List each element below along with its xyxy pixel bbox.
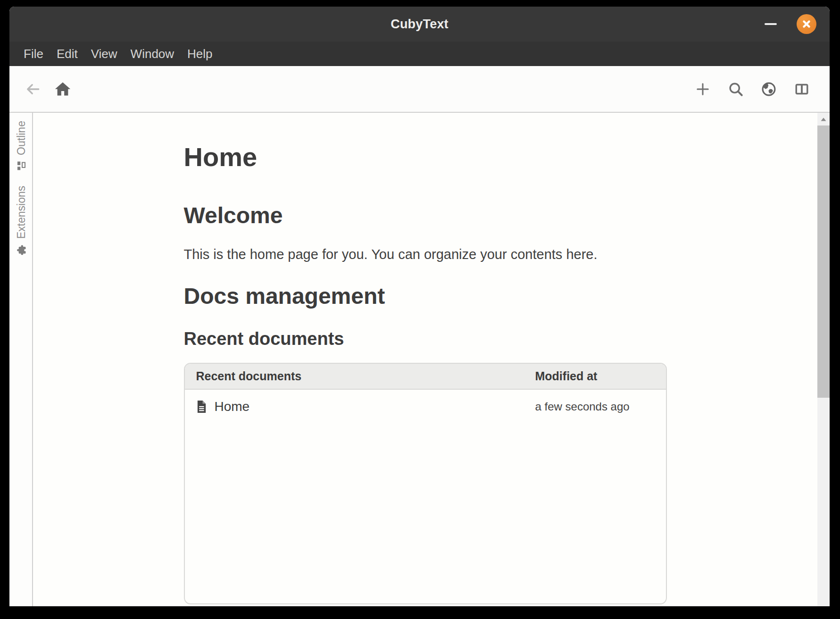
window-controls xyxy=(765,7,816,42)
outline-tree-icon xyxy=(17,161,26,171)
puzzle-icon xyxy=(16,244,26,255)
menu-view[interactable]: View xyxy=(84,42,124,66)
toolbar xyxy=(9,66,830,112)
close-button[interactable] xyxy=(797,14,816,34)
title-bar[interactable]: CubyText xyxy=(9,7,830,42)
recent-documents-card: Recent documents Modified at xyxy=(184,363,667,604)
new-document-button[interactable] xyxy=(694,80,712,98)
docs-management-heading[interactable]: Docs management xyxy=(184,283,667,309)
welcome-heading[interactable]: Welcome xyxy=(184,202,667,228)
graph-button[interactable] xyxy=(760,80,778,98)
globe-icon xyxy=(760,81,777,98)
menu-bar: File Edit View Window Help xyxy=(9,42,830,66)
search-icon xyxy=(727,81,744,98)
search-button[interactable] xyxy=(727,80,745,98)
home-button[interactable] xyxy=(54,80,72,98)
app-window: CubyText File Edit View Window Help xyxy=(9,7,830,606)
toolbar-left-group xyxy=(24,80,72,98)
column-header-modified: Modified at xyxy=(535,369,666,383)
sidebar-tab-outline[interactable]: Outline xyxy=(15,121,28,171)
row-doc-name[interactable]: Home xyxy=(215,399,250,414)
toolbar-right-group xyxy=(694,80,811,98)
sidebar-tab-extensions[interactable]: Extensions xyxy=(15,186,28,255)
recent-documents-heading[interactable]: Recent documents xyxy=(184,329,667,350)
document-icon xyxy=(196,400,207,413)
menu-edit[interactable]: Edit xyxy=(50,42,84,66)
welcome-paragraph[interactable]: This is the home page for you. You can o… xyxy=(184,246,667,264)
back-arrow-icon xyxy=(24,81,41,98)
column-header-recent: Recent documents xyxy=(196,369,535,383)
doc-title[interactable]: Home xyxy=(184,142,667,172)
split-view-icon xyxy=(793,81,810,98)
minimize-button[interactable] xyxy=(765,23,777,25)
editor-canvas[interactable]: Home Welcome This is the home page for y… xyxy=(33,113,817,606)
row-modified-at: a few seconds ago xyxy=(535,400,666,413)
menu-file[interactable]: File xyxy=(17,42,50,66)
sidebar-tab-label: Extensions xyxy=(15,186,28,239)
document-column: Home Welcome This is the home page for y… xyxy=(184,142,667,604)
app-body: Outline Extensions Home Welcome This is … xyxy=(9,113,830,606)
recent-documents-header-row: Recent documents Modified at xyxy=(185,364,666,390)
sidebar-tab-label: Outline xyxy=(15,121,28,155)
vertical-scrollbar[interactable] xyxy=(817,113,830,606)
side-rail: Outline Extensions xyxy=(9,113,33,606)
menu-window[interactable]: Window xyxy=(124,42,181,66)
plus-icon xyxy=(694,81,711,98)
close-icon xyxy=(802,19,811,29)
scrollbar-up-button[interactable] xyxy=(817,113,830,125)
window-title: CubyText xyxy=(391,17,449,32)
table-row[interactable]: Home a few seconds ago xyxy=(185,390,666,414)
scrollbar-thumb[interactable] xyxy=(817,125,830,398)
back-button[interactable] xyxy=(24,80,42,98)
scroll-up-icon xyxy=(820,117,827,122)
split-view-button[interactable] xyxy=(793,80,811,98)
home-icon xyxy=(54,80,72,98)
menu-help[interactable]: Help xyxy=(181,42,219,66)
